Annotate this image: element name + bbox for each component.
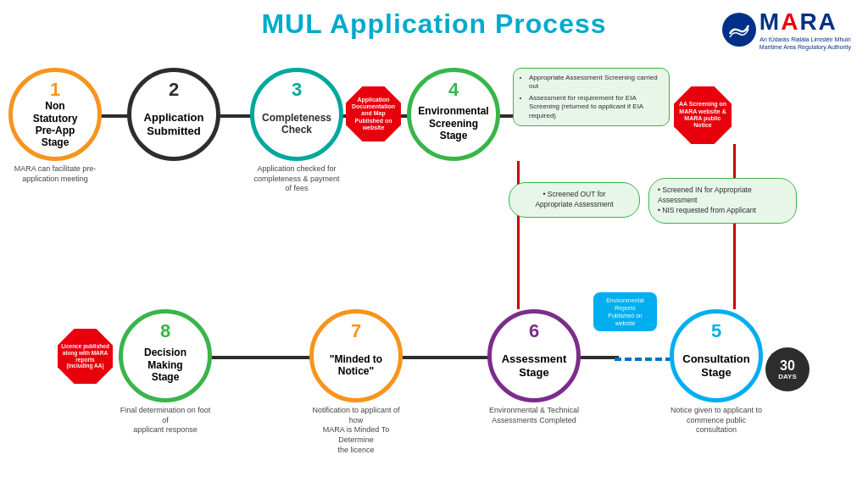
stage-4-circle: 4 EnvironmentalScreeningStage <box>407 68 500 161</box>
stage-5-circle: 5 ConsultationStage <box>670 309 763 402</box>
stage-3: 3 CompletenessCheck Application checked … <box>250 68 343 194</box>
logo-wave-icon <box>726 17 752 42</box>
days-badge: 30 DAYS <box>765 347 810 391</box>
stop-sign-1: Application Documentation and Map Publis… <box>346 86 401 141</box>
stage-7-circle: 7 "Minded toNotice" <box>309 309 403 402</box>
stage-6-circle: 6 AssessmentStage <box>487 309 581 402</box>
logo-subtitle: An tÚdarás Rialála Limistéir Mhuirí Mari… <box>760 36 851 51</box>
assessment-info-box: Appropriate Assessment Screening carried… <box>513 68 670 126</box>
page: MUL Application Process MARA An tÚdarás … <box>0 0 868 488</box>
stage-3-desc: Application checked forcompleteness & pa… <box>253 164 339 194</box>
env-reports-box: EnvironmentalReportsPublished onwebsite <box>593 292 657 331</box>
vert-connector-right <box>733 144 736 309</box>
stage-7-desc: Notification to applicant of howMARA is … <box>309 406 403 455</box>
stage-2: 2 ApplicationSubmitted <box>127 68 220 161</box>
logo-name: MARA <box>760 8 851 36</box>
stage-8-desc: Final determination on foot ofapplicant … <box>119 406 212 435</box>
flow-container: 1 NonStatutoryPre-AppStage MARA can faci… <box>8 59 860 480</box>
stage-5-desc: Notice given to applicant tocommence pub… <box>670 406 763 435</box>
stage-1: 1 NonStatutoryPre-AppStage MARA can faci… <box>8 68 102 184</box>
stage-4: 4 EnvironmentalScreeningStage <box>407 68 500 161</box>
stage-8: 8 DecisionMakingStage Final determinatio… <box>119 309 212 435</box>
stop-sign-3: Licence published along with MARA report… <box>58 329 113 384</box>
stage-8-circle: 8 DecisionMakingStage <box>119 309 212 402</box>
screened-in-box: • Screened IN for Appropriate Assessment… <box>648 178 797 224</box>
stage-6-desc: Environmental & TechnicalAssessments Com… <box>489 406 579 425</box>
stage-2-circle: 2 ApplicationSubmitted <box>127 68 220 161</box>
stage-7: 7 "Minded toNotice" Notification to appl… <box>309 309 403 455</box>
stage-3-circle: 3 CompletenessCheck <box>250 68 343 161</box>
logo: MARA An tÚdarás Rialála Limistéir Mhuirí… <box>722 8 851 51</box>
screened-out-box: • Screened OUT forAppropriate Assessment <box>509 182 640 218</box>
stage-1-circle: 1 NonStatutoryPre-AppStage <box>8 68 102 161</box>
stage-5: 5 ConsultationStage Notice given to appl… <box>670 309 763 435</box>
stage-1-desc: MARA can facilitate pre-application meet… <box>14 164 97 184</box>
stop-sign-2: AA Screening on MARA website & MARA publ… <box>674 86 732 144</box>
stage-6: 6 AssessmentStage Environmental & Techni… <box>487 309 581 425</box>
